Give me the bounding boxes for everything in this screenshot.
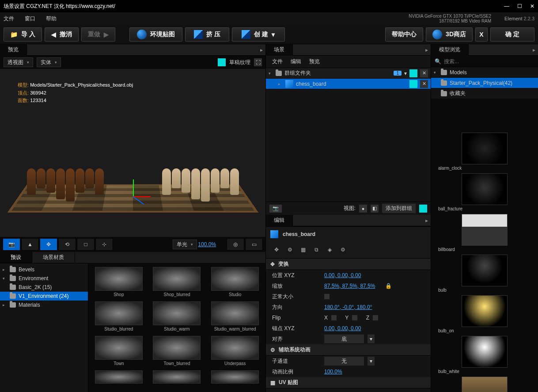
edit-tab[interactable]: 编辑 (266, 215, 293, 226)
model-thumb[interactable] (434, 377, 535, 392)
sphere-icon[interactable]: ● (359, 205, 367, 213)
extrude-button[interactable]: 挤 压 (185, 27, 229, 42)
scene-preview-menu[interactable]: 预览 (309, 58, 320, 65)
anchor-value[interactable]: 0.00, 0.00, 0.00 (324, 325, 361, 331)
minimize-button[interactable]: — (504, 3, 509, 9)
box-icon[interactable]: ◈ (323, 244, 336, 255)
visible-toggle[interactable] (419, 205, 427, 213)
tree-environment[interactable]: ▾Environment (0, 274, 88, 283)
align-dropdown[interactable]: 底 (324, 335, 364, 343)
menu-help[interactable]: 帮助 (46, 15, 57, 23)
preset-thumb[interactable] (208, 370, 262, 384)
model-thumb[interactable]: billboard (434, 214, 535, 252)
undo-button[interactable]: ◀撤消 (45, 27, 79, 42)
camera-add-icon[interactable]: 📷 (269, 205, 282, 213)
view-mode-dropdown[interactable]: 透视图▾ (4, 57, 33, 67)
cube-view-icon[interactable]: ◧ (371, 205, 379, 213)
tree-v1env[interactable]: V1_Environment (24) (0, 292, 88, 301)
fullscreen-icon[interactable]: ⛶ (254, 58, 262, 66)
delete-button[interactable]: ✕ (420, 69, 428, 77)
flip-y-checkbox[interactable] (352, 315, 357, 320)
toggle-icon[interactable] (218, 58, 226, 66)
camera-tool[interactable]: 📷 (3, 238, 20, 251)
gears-icon[interactable]: ⚙ (284, 244, 296, 255)
lock-icon[interactable]: 🔒 (385, 283, 392, 289)
preset-thumb[interactable]: Studio (208, 267, 262, 297)
model-thumb[interactable]: ball_fracture (434, 173, 535, 211)
preset-thumb[interactable] (92, 370, 146, 384)
models-root[interactable]: ▾Models (431, 67, 538, 78)
import-button[interactable]: 📁导 入 (4, 27, 42, 42)
move-tool[interactable]: ✥ (40, 238, 57, 251)
transform-section[interactable]: ✥变换 (266, 259, 431, 270)
maximize-button[interactable]: ☐ (517, 3, 522, 9)
scene-group-row[interactable]: ▾ 群组文件夹 1▾ ✕ (266, 68, 431, 79)
create-button[interactable]: 创 建▾ (232, 27, 285, 42)
viewport[interactable]: 模型: Models/Starter_Pack_Physical/chess_b… (0, 69, 265, 237)
panel-arrow-icon[interactable]: ▸ (530, 47, 538, 53)
scale-value[interactable]: 87.5%, 87.5%, 87.5% (324, 283, 375, 289)
zoom-value[interactable]: 100.0% (198, 241, 216, 247)
visible-toggle[interactable] (409, 69, 417, 77)
model-search[interactable]: 🔍 (431, 56, 538, 67)
preset-thumb[interactable]: Underpass (208, 336, 262, 366)
scene-file-menu[interactable]: 文件 (272, 58, 283, 65)
copy-icon[interactable]: ⧉ (310, 244, 322, 255)
preset-thumb[interactable]: Studio_warm_blurred (208, 301, 262, 331)
settings-icon[interactable]: ⚙ (337, 244, 349, 255)
select-tool[interactable]: ▲ (21, 238, 39, 251)
models-pack[interactable]: Starter_Pack_Physical(42) (431, 78, 538, 88)
preset-thumb[interactable]: Shop_blurred (150, 267, 204, 297)
delete-button[interactable]: ✕ (420, 80, 428, 88)
scale-tool[interactable]: □ (77, 238, 95, 251)
rotation-value[interactable]: 180.0°, -0.0°, 180.0° (324, 304, 372, 310)
scene-edit-menu[interactable]: 编辑 (291, 58, 301, 65)
menu-file[interactable]: 文件 (4, 15, 14, 23)
preset-thumb[interactable]: Studio_blurred (92, 301, 146, 331)
frame-icon[interactable]: ▭ (245, 238, 263, 251)
x-button[interactable]: X (475, 27, 488, 42)
preset-thumb[interactable]: Studio_warm (150, 301, 204, 331)
panel-arrow-icon[interactable]: ▸ (258, 47, 265, 53)
presets-tab[interactable]: 预设 (0, 252, 32, 263)
position-value[interactable]: 0.00, 0.00, 0.00 (324, 272, 361, 278)
add-to-group-button[interactable]: 添加到群组 (382, 204, 416, 213)
panel-arrow-icon[interactable]: ▸ (423, 217, 431, 224)
scene-item-row[interactable]: ▸ chess_board ✕ (266, 79, 431, 89)
search-input[interactable] (444, 58, 534, 65)
light-dropdown[interactable]: 单光▾ (173, 240, 197, 249)
subchannel-dropdown[interactable]: 无 (324, 357, 364, 365)
shading-dropdown[interactable]: 实体▾ (37, 57, 61, 67)
grid-icon[interactable]: ▦ (297, 244, 309, 255)
envmap-button[interactable]: 环境贴图 (129, 27, 182, 42)
normal-size-checkbox[interactable] (324, 294, 330, 299)
preset-thumb[interactable]: Town (92, 336, 146, 366)
redo-button[interactable]: 重做▶ (81, 27, 115, 42)
flip-x-checkbox[interactable] (331, 315, 337, 320)
preview-tab[interactable]: 预览 (0, 44, 27, 56)
model-thumb[interactable]: bulb_on (434, 295, 535, 333)
ok-button[interactable]: 确 定 (490, 27, 534, 42)
visible-toggle[interactable] (409, 80, 417, 88)
model-thumb[interactable]: bulb_white (434, 336, 535, 374)
anchor-tool[interactable]: ⊹ (95, 238, 113, 251)
store-button[interactable]: 3D商店 (426, 27, 473, 42)
target-icon[interactable]: ◎ (227, 238, 244, 251)
aux-section[interactable]: ⚙辅助系统动画 (266, 344, 431, 356)
scenemat-tab[interactable]: 场景材质 (32, 252, 75, 263)
preset-thumb[interactable] (150, 370, 204, 384)
anim-ratio-value[interactable]: 100.0% (324, 369, 342, 375)
close-button[interactable]: ✕ (530, 3, 534, 9)
preset-thumb[interactable]: Town_blurred (150, 336, 204, 366)
rotate-tool[interactable]: ⟲ (58, 238, 76, 251)
models-fav[interactable]: 收藏夹 (431, 88, 538, 99)
panel-arrow-icon[interactable]: ▸ (423, 47, 431, 53)
model-thumb[interactable]: bulb (434, 255, 535, 293)
models-tab[interactable]: 模型浏览 (431, 44, 469, 56)
tree-materials[interactable]: ▸Materials (0, 301, 88, 309)
preset-thumb[interactable]: Shop (92, 267, 146, 297)
tree-basic2k[interactable]: Basic_2K (15) (0, 283, 88, 292)
helpcenter-button[interactable]: 帮助中心 (385, 27, 423, 42)
scene-tab[interactable]: 场景 (266, 44, 293, 56)
flip-z-checkbox[interactable] (373, 315, 378, 320)
